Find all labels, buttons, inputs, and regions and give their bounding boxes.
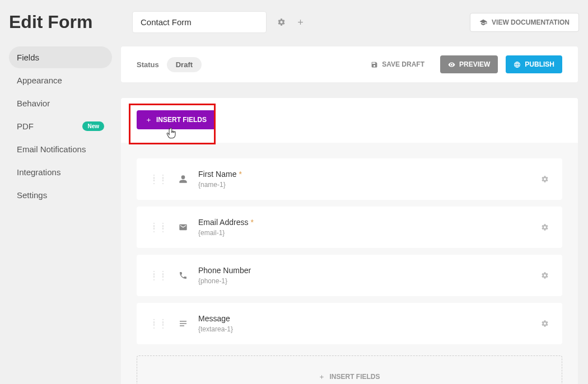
fields-panel: INSERT FIELDS ⋮⋮⋮⋮ First Name* {name-1}: [121, 98, 578, 384]
drag-handle-icon[interactable]: ⋮⋮⋮⋮: [150, 272, 168, 279]
status-bar: Status Draft SAVE DRAFT PREVIEW PUBLISH: [121, 46, 578, 82]
graduation-cap-icon: [479, 18, 487, 26]
sidebar-item-label: Behavior: [17, 99, 50, 108]
field-card[interactable]: ⋮⋮⋮⋮ First Name* {name-1}: [137, 158, 562, 200]
sidebar-item-integrations[interactable]: Integrations: [9, 161, 112, 183]
sidebar-item-label: Email Notifications: [17, 144, 86, 154]
gear-icon[interactable]: [541, 271, 549, 279]
preview-label: PREVIEW: [459, 60, 490, 68]
field-label: Message: [198, 314, 230, 323]
sidebar-item-label: Integrations: [17, 167, 60, 177]
drag-handle-icon[interactable]: ⋮⋮⋮⋮: [150, 224, 168, 231]
page-title: Edit Form: [9, 12, 121, 32]
field-card[interactable]: ⋮⋮⋮⋮ Email Address* {email-1}: [137, 207, 562, 248]
sidebar-item-label: Fields: [17, 53, 39, 62]
sidebar-item-appearance[interactable]: Appearance: [9, 69, 112, 91]
sidebar-item-label: PDF: [17, 121, 34, 131]
form-name-input[interactable]: [132, 11, 267, 33]
field-card[interactable]: ⋮⋮⋮⋮ Phone Number {phone-1}: [137, 255, 562, 296]
email-icon: [178, 223, 188, 232]
sidebar-item-label: Appearance: [17, 76, 62, 85]
field-label: Phone Number: [198, 266, 251, 275]
sidebar-item-pdf[interactable]: PDF New: [9, 115, 112, 137]
field-card[interactable]: ⋮⋮⋮⋮ Message {textarea-1}: [137, 303, 562, 344]
field-slug: {phone-1}: [198, 277, 531, 285]
new-badge: New: [82, 121, 104, 131]
sidebar-item-fields[interactable]: Fields: [9, 46, 112, 68]
plus-icon: [319, 374, 325, 380]
plus-icon[interactable]: [296, 18, 305, 27]
status-value: Draft: [167, 57, 202, 72]
field-label: Email Address: [198, 218, 248, 227]
globe-icon: [514, 61, 521, 68]
gear-icon[interactable]: [277, 18, 286, 27]
insert-fields-label: INSERT FIELDS: [156, 116, 207, 124]
sidebar: Fields Appearance Behavior PDF New Email…: [0, 46, 121, 384]
save-draft-button[interactable]: SAVE DRAFT: [363, 55, 432, 73]
required-star: *: [239, 170, 241, 179]
sidebar-item-behavior[interactable]: Behavior: [9, 92, 112, 114]
required-star: *: [250, 218, 253, 227]
preview-button[interactable]: PREVIEW: [440, 55, 498, 73]
gear-icon[interactable]: [541, 175, 549, 183]
insert-fields-dropzone[interactable]: INSERT FIELDS: [137, 355, 562, 384]
sidebar-item-email-notifications[interactable]: Email Notifications: [9, 138, 112, 160]
textarea-icon: [178, 319, 188, 328]
insert-fields-footer-label: INSERT FIELDS: [329, 373, 380, 381]
sidebar-item-settings[interactable]: Settings: [9, 184, 112, 206]
view-documentation-button[interactable]: VIEW DOCUMENTATION: [470, 13, 579, 32]
doc-button-label: VIEW DOCUMENTATION: [492, 18, 570, 26]
status-label: Status: [137, 60, 159, 69]
publish-button[interactable]: PUBLISH: [506, 55, 562, 73]
drag-handle-icon[interactable]: ⋮⋮⋮⋮: [150, 320, 168, 327]
save-icon: [371, 61, 378, 68]
field-label: First Name: [198, 170, 236, 179]
gear-icon[interactable]: [541, 223, 549, 231]
cursor-pointer-icon: [166, 128, 177, 140]
drag-handle-icon[interactable]: ⋮⋮⋮⋮: [150, 176, 168, 182]
plus-icon: [146, 117, 152, 123]
save-draft-label: SAVE DRAFT: [382, 60, 424, 68]
publish-label: PUBLISH: [525, 60, 554, 68]
field-slug: {email-1}: [198, 229, 531, 237]
phone-icon: [178, 271, 188, 280]
person-icon: [178, 175, 188, 184]
field-slug: {name-1}: [198, 181, 531, 189]
gear-icon[interactable]: [541, 320, 549, 327]
insert-fields-button[interactable]: INSERT FIELDS: [137, 110, 216, 129]
field-slug: {textarea-1}: [198, 325, 531, 333]
eye-icon: [448, 61, 455, 68]
sidebar-item-label: Settings: [17, 190, 47, 200]
